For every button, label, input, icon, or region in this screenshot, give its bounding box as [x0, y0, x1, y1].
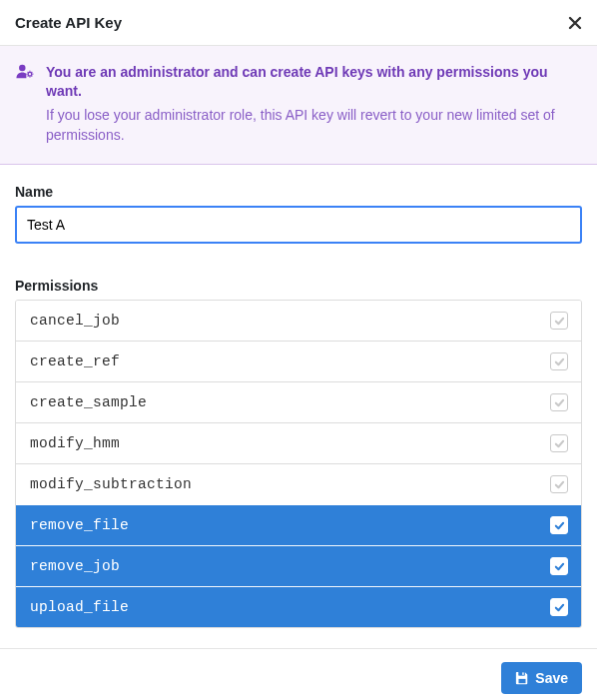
permission-name: create_sample	[30, 394, 147, 410]
permission-row-modify_hmm[interactable]: modify_hmm	[16, 422, 581, 463]
user-cog-icon	[16, 64, 34, 83]
permission-row-cancel_job[interactable]: cancel_job	[16, 301, 581, 341]
checkbox-unchecked-icon[interactable]	[550, 312, 568, 330]
permission-row-create_sample[interactable]: create_sample	[16, 381, 581, 422]
svg-rect-10	[519, 672, 525, 676]
checkbox-checked-icon[interactable]	[550, 557, 568, 575]
permission-row-upload_file[interactable]: upload_file	[16, 586, 581, 627]
checkbox-unchecked-icon[interactable]	[550, 352, 568, 370]
alert-sub: If you lose your administrator role, thi…	[46, 105, 581, 146]
save-button[interactable]: Save	[501, 662, 582, 694]
permission-name: cancel_job	[30, 313, 120, 329]
save-icon	[515, 671, 529, 685]
close-icon[interactable]	[568, 16, 582, 30]
svg-point-1	[28, 72, 32, 76]
svg-line-9	[28, 76, 29, 77]
checkbox-unchecked-icon[interactable]	[550, 475, 568, 493]
permissions-label: Permissions	[15, 278, 582, 294]
svg-rect-12	[519, 679, 526, 683]
permission-name: modify_hmm	[30, 435, 120, 451]
permission-name: create_ref	[30, 353, 120, 369]
dialog-title: Create API Key	[15, 14, 122, 31]
dialog-header: Create API Key	[0, 0, 597, 45]
permission-row-create_ref[interactable]: create_ref	[16, 341, 581, 381]
permission-row-remove_job[interactable]: remove_job	[16, 545, 581, 586]
dialog-footer: Save	[0, 648, 597, 700]
svg-line-6	[28, 72, 29, 73]
permissions-list: cancel_jobcreate_refcreate_samplemodify_…	[15, 300, 582, 628]
svg-line-8	[32, 72, 33, 73]
permission-row-modify_subtraction[interactable]: modify_subtraction	[16, 463, 581, 504]
name-input[interactable]	[15, 206, 582, 244]
alert-text: You are an administrator and can create …	[46, 63, 581, 145]
checkbox-checked-icon[interactable]	[550, 516, 568, 534]
svg-rect-11	[523, 673, 524, 675]
svg-line-7	[32, 76, 33, 77]
checkbox-unchecked-icon[interactable]	[550, 393, 568, 411]
permission-name: upload_file	[30, 599, 129, 615]
permission-name: modify_subtraction	[30, 476, 192, 492]
alert-strong: You are an administrator and can create …	[46, 63, 581, 101]
dialog-body: Name Permissions cancel_jobcreate_refcre…	[0, 165, 597, 648]
admin-alert: You are an administrator and can create …	[0, 46, 597, 165]
permission-row-remove_file[interactable]: remove_file	[16, 504, 581, 545]
checkbox-unchecked-icon[interactable]	[550, 434, 568, 452]
checkbox-checked-icon[interactable]	[550, 598, 568, 616]
svg-point-0	[19, 65, 25, 71]
permission-name: remove_job	[30, 558, 120, 574]
name-label: Name	[15, 184, 582, 200]
permission-name: remove_file	[30, 517, 129, 533]
save-button-label: Save	[535, 670, 568, 686]
